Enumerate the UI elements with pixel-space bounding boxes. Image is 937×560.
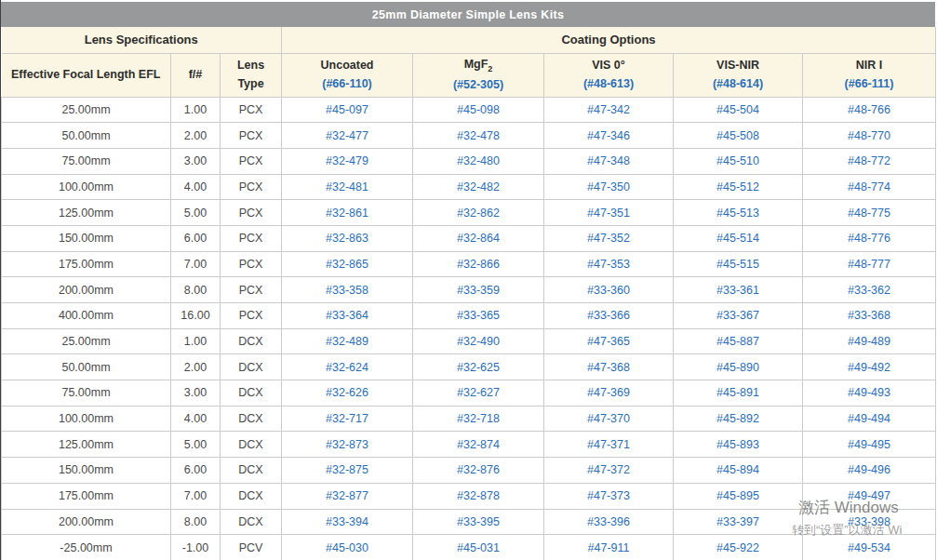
part-number-link[interactable]: #33-364: [326, 309, 368, 322]
part-number-link[interactable]: #48-775: [848, 207, 890, 220]
part-number-link[interactable]: #47-342: [587, 103, 630, 116]
part-number-link[interactable]: #47-371: [587, 438, 630, 451]
part-number-link[interactable]: #32-876: [457, 463, 500, 476]
part-number-link[interactable]: #45-097: [326, 103, 368, 116]
part-number-link[interactable]: #49-489: [848, 335, 890, 348]
part-number-link[interactable]: #33-360: [587, 284, 630, 297]
part-number-link[interactable]: #47-373: [587, 489, 630, 502]
part-number-link[interactable]: #32-877: [326, 489, 368, 502]
part-number-link[interactable]: #49-492: [848, 361, 890, 374]
part-number-link[interactable]: #45-512: [716, 180, 759, 193]
f-number-cell: 16.00: [171, 303, 221, 329]
part-number-link[interactable]: #32-717: [326, 412, 368, 425]
part-number-link[interactable]: #33-397: [716, 515, 759, 528]
uncoated-cell: #32-624: [282, 354, 413, 380]
part-number-link[interactable]: #32-479: [326, 154, 368, 167]
nir1-part-link[interactable]: (#66-111): [845, 77, 894, 90]
part-number-link[interactable]: #45-893: [716, 438, 759, 451]
part-number-link[interactable]: #45-031: [457, 541, 500, 554]
part-number-link[interactable]: #47-351: [587, 207, 630, 220]
part-number-link[interactable]: #32-718: [457, 412, 500, 425]
part-number-link[interactable]: #32-862: [457, 207, 500, 220]
part-number-link[interactable]: #33-367: [716, 309, 759, 322]
part-number-link[interactable]: #33-368: [848, 309, 890, 322]
part-number-link[interactable]: #32-863: [326, 232, 368, 245]
vis-nir-part-link[interactable]: (#48-614): [713, 77, 763, 90]
lens-type-cell: DCX: [221, 509, 282, 535]
part-number-link[interactable]: #33-366: [587, 309, 630, 322]
part-number-link[interactable]: #32-875: [326, 463, 368, 476]
part-number-link[interactable]: #33-359: [457, 284, 500, 297]
part-number-link[interactable]: #32-480: [457, 154, 500, 167]
part-number-link[interactable]: #49-497: [848, 489, 890, 502]
part-number-link[interactable]: #45-892: [716, 412, 759, 425]
part-number-link[interactable]: #33-362: [848, 284, 890, 297]
part-number-link[interactable]: #45-098: [457, 103, 500, 116]
part-number-link[interactable]: #45-504: [716, 103, 759, 116]
part-number-link[interactable]: #45-890: [716, 361, 759, 374]
vis0-cell: #47-368: [544, 354, 674, 380]
part-number-link[interactable]: #32-624: [326, 361, 368, 374]
part-number-link[interactable]: #32-864: [457, 232, 500, 245]
part-number-link[interactable]: #47-346: [587, 129, 630, 142]
part-number-link[interactable]: #48-776: [848, 232, 890, 245]
mgf2-part-link[interactable]: (#52-305): [453, 78, 503, 91]
part-number-link[interactable]: #47-368: [587, 361, 630, 374]
vis0-part-link[interactable]: (#48-613): [583, 77, 634, 90]
part-number-link[interactable]: #32-861: [326, 207, 368, 220]
part-number-link[interactable]: #47-370: [587, 412, 630, 425]
part-number-link[interactable]: #48-766: [848, 103, 890, 116]
part-number-link[interactable]: #32-482: [457, 180, 500, 193]
part-number-link[interactable]: #47-352: [587, 232, 630, 245]
part-number-link[interactable]: #33-394: [326, 515, 368, 528]
part-number-link[interactable]: #32-874: [457, 438, 500, 451]
part-number-link[interactable]: #32-878: [457, 489, 500, 502]
part-number-link[interactable]: #47-911: [588, 541, 630, 554]
part-number-link[interactable]: #45-508: [716, 129, 759, 142]
part-number-link[interactable]: #32-478: [457, 129, 500, 142]
part-number-link[interactable]: #47-372: [587, 463, 630, 476]
part-number-link[interactable]: #32-873: [326, 438, 368, 451]
left-edge-border: [0, 0, 1, 560]
part-number-link[interactable]: #32-477: [326, 129, 368, 142]
part-number-link[interactable]: #32-866: [457, 258, 500, 271]
part-number-link[interactable]: #49-494: [848, 412, 890, 425]
part-number-link[interactable]: #48-770: [848, 129, 890, 142]
part-number-link[interactable]: #32-481: [326, 180, 368, 193]
part-number-link[interactable]: #45-895: [716, 489, 759, 502]
part-number-link[interactable]: #47-353: [587, 258, 630, 271]
part-number-link[interactable]: #33-361: [716, 284, 759, 297]
part-number-link[interactable]: #47-348: [587, 154, 630, 167]
part-number-link[interactable]: #45-513: [716, 207, 759, 220]
uncoated-part-link[interactable]: (#66-110): [322, 77, 372, 90]
part-number-link[interactable]: #49-496: [848, 463, 890, 476]
part-number-link[interactable]: #45-922: [716, 541, 759, 554]
part-number-link[interactable]: #47-369: [587, 386, 630, 399]
part-number-link[interactable]: #45-894: [716, 463, 759, 476]
part-number-link[interactable]: #32-626: [326, 386, 368, 399]
part-number-link[interactable]: #48-777: [848, 258, 890, 271]
part-number-link[interactable]: #48-774: [848, 180, 890, 193]
part-number-link[interactable]: #48-772: [848, 154, 890, 167]
part-number-link[interactable]: #49-495: [848, 438, 890, 451]
part-number-link[interactable]: #45-515: [716, 258, 759, 271]
part-number-link[interactable]: #33-365: [457, 309, 500, 322]
part-number-link[interactable]: #32-625: [457, 361, 500, 374]
part-number-link[interactable]: #33-395: [457, 515, 500, 528]
part-number-link[interactable]: #45-030: [326, 541, 368, 554]
part-number-link[interactable]: #32-490: [457, 335, 500, 348]
part-number-link[interactable]: #49-493: [848, 386, 890, 399]
part-number-link[interactable]: #33-396: [587, 515, 630, 528]
part-number-link[interactable]: #32-627: [457, 386, 500, 399]
part-number-link[interactable]: #49-534: [848, 541, 890, 554]
part-number-link[interactable]: #45-887: [716, 335, 759, 348]
part-number-link[interactable]: #47-350: [587, 180, 630, 193]
part-number-link[interactable]: #45-891: [716, 386, 759, 399]
part-number-link[interactable]: #45-510: [716, 154, 759, 167]
part-number-link[interactable]: #33-398: [848, 515, 890, 528]
part-number-link[interactable]: #45-514: [716, 232, 759, 245]
part-number-link[interactable]: #32-489: [326, 335, 368, 348]
part-number-link[interactable]: #32-865: [326, 258, 368, 271]
part-number-link[interactable]: #33-358: [326, 284, 368, 297]
part-number-link[interactable]: #47-365: [587, 335, 630, 348]
